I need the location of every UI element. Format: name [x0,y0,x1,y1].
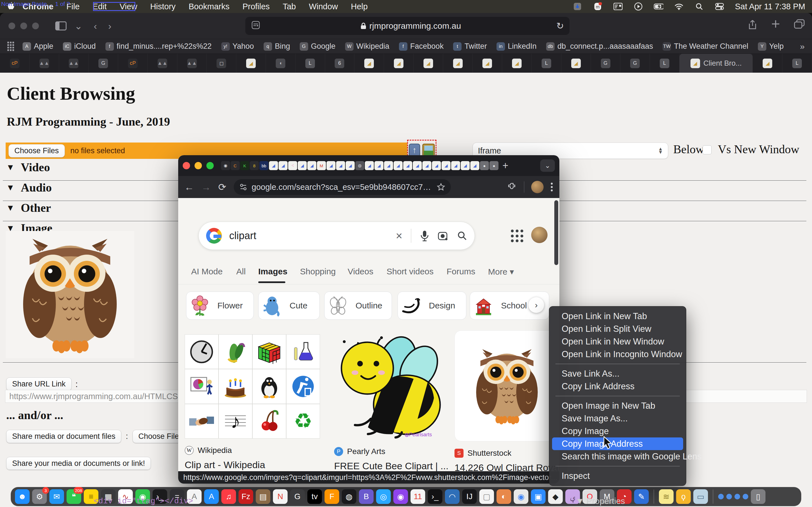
dock-app-bbedit[interactable]: B [359,489,373,504]
result-owl-meta[interactable]: SShutterstock 14,226 Owl Clipart Royalt [455,441,559,471]
pinned-tab-doc-favicon[interactable]: ◢ [413,161,422,170]
pinned-tab-doc-favicon[interactable]: ◢ [403,161,412,170]
status-window-icon[interactable] [613,2,623,11]
dock-app-app-store[interactable]: A [204,489,219,504]
tab-mtn[interactable]: ▲▲ [148,54,177,73]
page-settings-icon[interactable] [252,21,260,31]
context-item-copy-image-address[interactable]: Copy Image Address [552,438,683,450]
context-item-search-this-image-with-google-lens[interactable]: Search this image with Google Lens [549,450,686,463]
kebab-menu-icon[interactable] [550,182,553,192]
tab-client-browsing[interactable]: ◢Client Bro... [679,54,753,73]
dock-app-music[interactable]: ♫ [221,489,236,504]
pinned-tab-doc-favicon[interactable]: ◢ [365,161,374,170]
share-icon[interactable] [748,19,757,30]
extensions-icon[interactable] [507,182,517,192]
filter-chip-cute[interactable]: Cute [258,291,320,320]
menu-help[interactable]: Help [351,2,368,11]
pinned-tab-doc-favicon[interactable]: ◢ [451,161,460,170]
bookmark-google[interactable]: GGoogle [300,42,336,51]
pinned-tab-paw-favicon[interactable]: ● [480,161,489,170]
pinned-tab-doc-favicon[interactable]: ◢ [422,161,432,170]
context-item-open-link-in-new-window[interactable]: Open Link in New Window [549,335,686,348]
status-wifi-icon[interactable] [674,2,684,11]
status-app-icon[interactable] [573,2,582,11]
status-battery-icon[interactable] [654,2,663,11]
bookmark-the-weather-channel[interactable]: TWThe Weather Channel [663,42,748,51]
bookmark-yelp[interactable]: YYelp [758,42,784,51]
pinned-tab-dots-favicon[interactable]: ⁖ [288,161,297,170]
bookmark-yahoo[interactable]: y!Yahoo [221,42,254,51]
tab-overview-icon[interactable] [794,19,805,29]
dock-app-zoom[interactable]: ▣ [531,489,546,504]
context-item-save-link-as-[interactable]: Save Link As... [549,367,686,380]
voice-search-icon[interactable] [420,230,429,241]
choose-files-button[interactable]: Choose Files [8,144,65,158]
owl-clipart-result[interactable] [465,344,549,428]
site-settings-icon[interactable] [239,183,247,191]
result-owl-image-card[interactable] [455,330,559,441]
clear-search-icon[interactable]: × [396,230,402,242]
dock-app-finder[interactable]: ☻ [15,489,30,504]
tab-six[interactable]: 6 [325,54,355,73]
tab-doc[interactable]: ◢ [561,54,591,73]
dock-minimized-window[interactable] [718,494,724,499]
tab-g[interactable]: G [591,54,620,73]
address-bar[interactable]: rjmprogramming.com.au ↻ [245,17,569,35]
context-item-open-link-in-incognito-window[interactable]: Open Link in Incognito Window [549,348,686,360]
dock-trash[interactable]: ▯ [751,489,765,504]
google-tab-ai-mode[interactable]: AI Mode [191,267,223,276]
pinned-tab-cring-favicon[interactable]: C [231,161,240,170]
google-tab-more-[interactable]: More ▾ [488,267,514,277]
bookmark-linkedin[interactable]: inLinkedIn [497,42,537,51]
dock-app-tv[interactable]: tv [307,489,322,504]
google-search-box[interactable]: clipart × [199,222,475,250]
dock-app-pen-app[interactable]: ✎ [634,489,649,504]
tab-mtn[interactable]: ▲▲ [59,54,89,73]
sidebar-icon[interactable] [55,21,66,31]
dock-app-gimp[interactable]: G [290,489,305,504]
tab-L[interactable]: L [532,54,561,73]
dock-app-inkscape[interactable]: ◆ [548,489,563,504]
close-button[interactable] [183,162,190,169]
tab-doc[interactable]: ◢ [354,54,384,73]
dock-app-stickies[interactable]: ≋ [659,489,673,504]
pinned-tab-ball8-favicon[interactable]: 8 [250,161,259,170]
filter-chip-flower[interactable]: Flower [186,291,254,320]
dock-app-filezilla[interactable]: Fz [239,489,253,504]
profile-avatar[interactable] [531,181,544,193]
bookmark-twitter[interactable]: tTwitter [453,42,487,51]
dock-minimized-window[interactable] [726,494,732,499]
dock-minimized-window[interactable] [743,494,748,499]
share-submit-button[interactable]: Share your media or documents or link! [6,457,151,470]
bookmarks-overflow-chevron[interactable]: » [800,42,805,51]
filter-chip-outline[interactable]: Outline [324,291,392,320]
pinned-tab-globe-favicon[interactable]: ◍ [355,161,364,170]
pinned-tab-brit-favicon[interactable]: bb [259,161,268,170]
dock-app-desktop-picture[interactable]: ▭ [693,489,708,504]
tab-g[interactable]: G [620,54,650,73]
devtools-properties-label[interactable]: ▼ Properties [576,496,625,506]
tab-helm[interactable]: ◖ [266,54,296,73]
pinned-tab-doc-favicon[interactable]: ◢ [442,161,451,170]
reload-icon[interactable]: ⟳ [218,181,226,193]
bookmark-facebook[interactable]: fFacebook [399,42,444,51]
tab-doc[interactable]: ◢ [473,54,502,73]
result-title[interactable]: FREE Cute Bee Clipart | ... [334,460,451,471]
result-source[interactable]: Shutterstock [467,449,511,458]
dock-app-intellij[interactable]: IJ [462,489,477,504]
google-apps-grid-icon[interactable] [511,230,524,242]
google-account-avatar[interactable] [531,227,548,243]
google-tab-videos[interactable]: Videos [348,267,373,276]
zoom-button[interactable] [32,22,39,29]
section-other[interactable]: ▼Other [6,201,51,215]
clipart-collage-image[interactable]: ♪ ♻ [185,334,320,439]
chips-scroll-arrow[interactable]: › [528,297,544,313]
google-tab-images[interactable]: Images [258,267,287,276]
share-url-link-button[interactable]: Share URL Link [6,378,71,391]
tab-ig[interactable]: ◻ [207,54,236,73]
bookmark-wikipedia[interactable]: WWikipedia [345,42,389,51]
status-control-center-icon[interactable] [715,2,724,11]
pinned-tab-doc-favicon[interactable]: ◢ [384,161,393,170]
pinned-tab-doc-favicon[interactable]: ◢ [269,161,278,170]
forward-icon[interactable]: › [108,20,111,32]
